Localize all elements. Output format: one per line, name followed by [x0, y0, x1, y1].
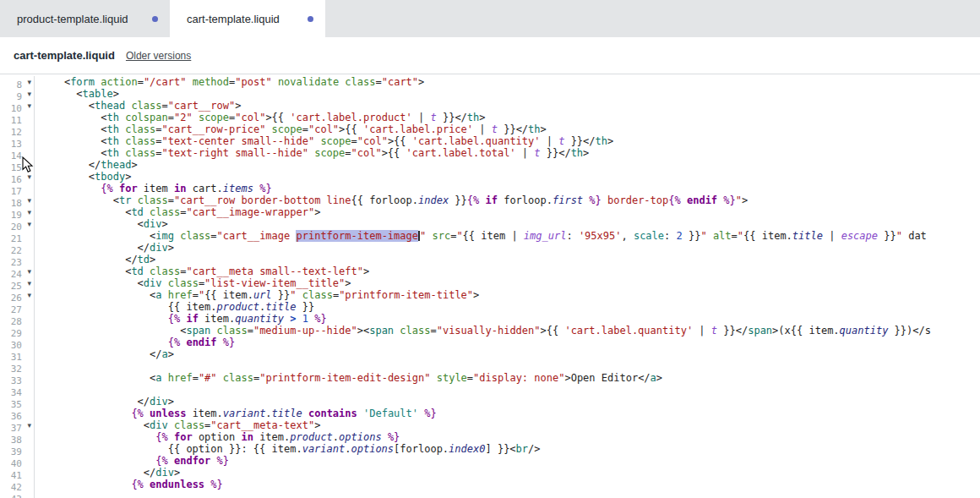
code-text[interactable]: <a href="#" class="printform-item-edit-d…	[35, 372, 980, 384]
code-text[interactable]: <thead class="cart__row">	[35, 100, 980, 112]
fold-arrow-icon[interactable]: ▾	[27, 76, 31, 88]
code-text[interactable]: <th class="text-center small--hide" scop…	[35, 135, 980, 147]
code-text[interactable]: </div>	[35, 467, 980, 479]
code-text[interactable]	[35, 360, 980, 372]
code-line[interactable]: 30 {% endif %}	[0, 337, 980, 348]
code-text[interactable]: {{ item.product.title }}	[35, 301, 980, 313]
code-line[interactable]: 28 {% if item.quantity > 1 %}	[0, 313, 980, 325]
code-text[interactable]: <span class="medium-up--hide"><span clas…	[35, 325, 980, 337]
tab-cart-template[interactable]: cart-template.liquid	[170, 0, 325, 37]
code-line[interactable]: 25▾ <div class="list-view-item__title">	[0, 277, 980, 289]
code-text[interactable]	[35, 384, 980, 396]
code-line[interactable]: 40 {% endfor %}	[0, 455, 980, 467]
code-text[interactable]: </div>	[35, 396, 980, 408]
code-line[interactable]: 15 </thead>	[0, 159, 980, 171]
code-line[interactable]: 9▾ <table>	[0, 88, 980, 100]
code-line[interactable]: 39 {{ option }}: {{ item.variant.options…	[0, 443, 980, 455]
code-line[interactable]: 20▾ <div>	[0, 218, 980, 230]
fold-arrow-icon[interactable]: ▾	[27, 206, 31, 218]
code-token: =	[210, 230, 216, 242]
fold-arrow-icon[interactable]: ▾	[27, 100, 31, 112]
code-line[interactable]: 37▾ <div class="cart__meta-text">	[0, 419, 980, 431]
code-line[interactable]: 22 </div>	[0, 242, 980, 254]
fold-arrow-icon[interactable]: ▾	[27, 194, 31, 206]
code-line[interactable]: 33 <a href="#" class="printform-item-edi…	[0, 372, 980, 384]
fold-arrow-icon[interactable]: ▾	[27, 277, 31, 289]
fold-arrow-icon[interactable]: ▾	[27, 265, 31, 277]
code-text[interactable]: <tr class="cart__row border-bottom line{…	[35, 194, 980, 206]
code-line[interactable]: 11 <th colspan="2" scope="col">{{ 'cart.…	[0, 112, 980, 123]
code-token: >	[125, 171, 131, 183]
code-token: "col"	[308, 123, 339, 135]
code-line[interactable]: 27 {{ item.product.title }}	[0, 301, 980, 313]
code-line[interactable]: 18▾ <tr class="cart__row border-bottom l…	[0, 194, 980, 206]
code-line[interactable]: 21 <img class="cart__image printform-ite…	[0, 230, 980, 242]
code-text[interactable]: {% endunless %}	[35, 479, 980, 490]
code-line[interactable]: 14 <th class="text-right small--hide" sc…	[0, 147, 980, 159]
code-text[interactable]: <th colspan="2" scope="col">{{ 'cart.lab…	[35, 112, 980, 123]
code-token: options	[351, 443, 394, 455]
code-line[interactable]: 16▾ <tbody>	[0, 171, 980, 183]
code-text[interactable]: </td>	[35, 254, 980, 265]
code-token: td	[131, 206, 143, 218]
code-text[interactable]	[35, 490, 980, 498]
code-line[interactable]: 38 {% for option in item.product.options…	[0, 431, 980, 443]
code-text[interactable]: <div>	[35, 218, 980, 230]
code-text[interactable]: {{ option }}: {{ item.variant.options[fo…	[35, 443, 980, 455]
fold-arrow-icon[interactable]: ▾	[27, 88, 31, 100]
code-text[interactable]: <table>	[35, 88, 980, 100]
code-text[interactable]: <div class="list-view-item__title">	[35, 277, 980, 289]
code-line[interactable]: 24▾ <td class="cart__meta small--text-le…	[0, 265, 980, 277]
code-line[interactable]: 13 <th class="text-center small--hide" s…	[0, 135, 980, 147]
fold-arrow-icon[interactable]: ▾	[27, 289, 31, 301]
code-text[interactable]: <a href="{{ item.url }}" class="printfor…	[35, 289, 980, 301]
code-token: cart.	[186, 183, 222, 194]
code-token: =	[168, 112, 174, 123]
code-line[interactable]: 8▾ <form action="/cart" method="post" no…	[0, 76, 980, 88]
code-line[interactable]: 23 </td>	[0, 254, 980, 265]
code-text[interactable]: <td class="cart__image-wrapper">	[35, 206, 980, 218]
code-line[interactable]: 10▾ <thead class="cart__row">	[0, 100, 980, 112]
code-token: =	[155, 135, 161, 147]
code-token: colspan	[125, 112, 168, 123]
code-token: >	[656, 372, 662, 384]
older-versions-link[interactable]: Older versions	[126, 50, 191, 62]
code-line[interactable]: 36 {% unless item.variant.title contains…	[0, 408, 980, 419]
code-text[interactable]: </a>	[35, 348, 980, 360]
code-text[interactable]: {% endif %}	[35, 337, 980, 348]
code-line[interactable]: 34	[0, 384, 980, 396]
code-text[interactable]: <tbody>	[35, 171, 980, 183]
code-text[interactable]: {% if item.quantity > 1 %}	[35, 313, 980, 325]
code-text[interactable]: <div class="cart__meta-text">	[35, 419, 980, 431]
code-text[interactable]: {% for option in item.product.options %}	[35, 431, 980, 443]
code-line[interactable]: 17 {% for item in cart.items %}	[0, 183, 980, 194]
code-text[interactable]: <img class="cart__image printform-item-i…	[35, 230, 980, 242]
code-line[interactable]: 26▾ <a href="{{ item.url }}" class="prin…	[0, 289, 980, 301]
code-line[interactable]: 29 <span class="medium-up--hide"><span c…	[0, 325, 980, 337]
code-line[interactable]: 19▾ <td class="cart__image-wrapper">	[0, 206, 980, 218]
code-line[interactable]: 42 {% endunless %}	[0, 479, 980, 490]
code-token	[210, 455, 216, 467]
fold-arrow-icon[interactable]: ▾	[27, 419, 31, 431]
code-line[interactable]: 35 </div>	[0, 396, 980, 408]
code-text[interactable]: <form action="/cart" method="post" noval…	[35, 76, 980, 88]
code-text[interactable]: </div>	[35, 242, 980, 254]
code-line[interactable]: 32	[0, 360, 980, 372]
fold-arrow-icon[interactable]: ▾	[27, 218, 31, 230]
fold-arrow-icon[interactable]: ▾	[27, 171, 31, 183]
code-line[interactable]: 43	[0, 490, 980, 498]
tab-product-template[interactable]: product-template.liquid	[0, 0, 170, 37]
code-text[interactable]: {% for item in cart.items %}	[35, 183, 980, 194]
code-text[interactable]: {% endfor %}	[35, 455, 980, 467]
code-text[interactable]: <td class="cart__meta small--text-left">	[35, 265, 980, 277]
code-area[interactable]: 8▾ <form action="/cart" method="post" no…	[0, 74, 980, 498]
code-token: img_url	[524, 230, 567, 242]
code-token: span	[369, 325, 394, 337]
code-line[interactable]: 12 <th class="cart__row-price" scope="co…	[0, 123, 980, 135]
code-text[interactable]: <th class="cart__row-price" scope="col">…	[35, 123, 980, 135]
code-text[interactable]: </thead>	[35, 159, 980, 171]
code-text[interactable]: <th class="text-right small--hide" scope…	[35, 147, 980, 159]
code-text[interactable]: {% unless item.variant.title contains 'D…	[35, 408, 980, 419]
code-line[interactable]: 31 </a>	[0, 348, 980, 360]
code-line[interactable]: 41 </div>	[0, 467, 980, 479]
